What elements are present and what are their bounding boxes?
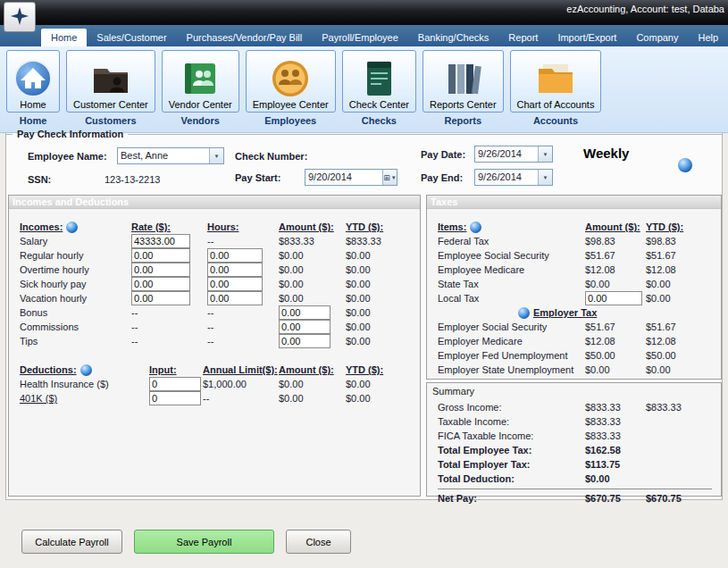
bonus-amount-input[interactable] <box>279 305 331 320</box>
incomes-help-globe-icon[interactable] <box>66 221 78 233</box>
pay-check-form: Employee Name: Best, Anne ▼ Check Number… <box>6 145 722 193</box>
checks-caption: Checks <box>362 115 397 126</box>
items-column-header: Items: <box>438 221 466 232</box>
sick-hourly-rate-input[interactable] <box>131 277 190 291</box>
tax-row-employer-social-security: Employer Social Security $51.67 $51.67 <box>438 320 721 334</box>
tab-help[interactable]: Help <box>688 29 728 46</box>
deduction-amount-column-header: Amount ($): <box>279 364 346 375</box>
summary-row-total-employer-tax: Total Employer Tax: $113.75 <box>438 457 721 472</box>
tax-row-federal: Federal Tax $98.83 $98.83 <box>438 234 721 248</box>
incomes-deductions-header: Incomes and Deductions <box>9 196 420 209</box>
save-payroll-button[interactable]: Save Payroll <box>134 530 274 554</box>
tab-home[interactable]: Home <box>41 29 87 46</box>
chart-of-accounts-icon <box>536 59 575 99</box>
chart-of-accounts-label: Chart of Accounts <box>517 99 595 110</box>
vendor-center-button[interactable]: Vendor Center <box>162 50 239 113</box>
employee-center-icon <box>271 59 310 99</box>
pay-start-date-picker[interactable]: 9/20/2014 ⊞▼ <box>305 169 397 186</box>
tax-ytd-column-header: YTD ($): <box>646 221 721 232</box>
employee-center-label: Employee Center <box>253 99 329 110</box>
vacation-hourly-rate-input[interactable] <box>131 291 190 305</box>
tax-row-employee-medicare: Employee Medicare $12.08 $12.08 <box>438 263 721 277</box>
check-center-button[interactable]: Check Center <box>342 50 416 113</box>
income-row-salary: Salary -- $833.33 $833.33 <box>20 234 420 248</box>
annual-limit-column-header: Annual Limit($): <box>203 364 279 375</box>
reports-center-button[interactable]: Reports Center <box>423 50 504 113</box>
employee-name-select[interactable]: Best, Anne ▼ <box>117 147 224 164</box>
calendar-dropdown-icon[interactable]: ⊞▼ <box>382 170 397 185</box>
tab-payroll-employee[interactable]: Payroll/Employee <box>312 29 408 46</box>
vendors-caption: Vendors <box>181 115 220 126</box>
tax-row-employer-fed-unemployment: Employer Fed Unemployment $50.00 $50.00 <box>438 348 721 363</box>
deduction-row-401k: 401K ($) -- $0.00 $0.00 <box>20 391 420 405</box>
title-bar: ezAccounting, Account: test, Databa <box>0 0 728 25</box>
chevron-down-icon[interactable]: ▼ <box>538 170 552 185</box>
employee-center-button[interactable]: Employee Center <box>246 50 336 113</box>
tab-sales-customer[interactable]: Sales/Customer <box>87 29 176 46</box>
sick-hourly-hours-input[interactable] <box>207 277 263 291</box>
tab-banking-checks[interactable]: Banking/Checks <box>408 29 499 46</box>
pay-date-label: Pay Date: <box>421 149 465 160</box>
tab-report[interactable]: Report <box>498 29 548 46</box>
vendor-center-icon <box>180 59 220 99</box>
reports-caption: Reports <box>444 115 481 126</box>
chart-of-accounts-button[interactable]: Chart of Accounts <box>510 50 602 113</box>
window-title: ezAccounting, Account: test, Databa <box>566 4 724 14</box>
toolbar-item-employee-center: Employee Center Employees <box>246 50 336 126</box>
regular-hourly-rate-input[interactable] <box>131 248 190 263</box>
calculate-payroll-button[interactable]: Calculate Payroll <box>21 530 122 554</box>
pay-date-select[interactable]: 9/26/2014 ▼ <box>474 146 553 163</box>
toolbar-item-customer-center: Customer Center Customers <box>66 50 155 126</box>
deductions-help-globe-icon[interactable] <box>80 364 92 376</box>
income-row-sick-hourly-pay: Sick hourly pay $0.00 $0.00 <box>20 277 420 291</box>
chevron-down-icon[interactable]: ▼ <box>209 148 223 163</box>
vacation-hourly-hours-input[interactable] <box>207 291 263 305</box>
home-button[interactable]: Home <box>6 50 60 113</box>
app-logo-icon <box>10 6 29 28</box>
ssn-value: 123-13-2213 <box>105 174 160 185</box>
salary-rate-input[interactable] <box>131 234 190 248</box>
local-tax-input[interactable] <box>585 291 642 305</box>
incomes-column-header: Incomes: <box>20 221 63 232</box>
taxes-header: Taxes <box>427 196 721 209</box>
tax-row-employer-medicare: Employer Medicare $12.08 $12.08 <box>438 334 721 348</box>
income-row-vacation-hourly: Vacation hourly $0.00 $0.00 <box>20 291 420 305</box>
tips-amount-input[interactable] <box>279 334 331 348</box>
chevron-down-icon[interactable]: ▼ <box>538 146 552 162</box>
summary-row-gross-income: Gross Income: $833.33 $833.33 <box>438 400 721 414</box>
tax-row-employee-social-security: Employee Social Security $51.67 $51.67 <box>438 248 721 263</box>
401k-input[interactable] <box>149 391 201 405</box>
input-column-header: Input: <box>149 364 203 375</box>
toolbar-item-vendor-center: Vendor Center Vendors <box>162 50 239 126</box>
401k-label: 401K ($) <box>20 393 149 404</box>
pay-end-select[interactable]: 9/26/2014 ▼ <box>474 169 553 186</box>
income-header-row: Incomes: Rate ($): Hours: Amount ($): YT… <box>20 220 420 234</box>
overtime-hourly-hours-input[interactable] <box>207 263 263 277</box>
tab-company[interactable]: Company <box>626 29 688 46</box>
health-insurance-input[interactable] <box>149 377 201 391</box>
taxes-help-globe-icon[interactable] <box>470 221 481 233</box>
regular-hourly-hours-input[interactable] <box>207 248 263 263</box>
overtime-hourly-rate-input[interactable] <box>131 263 190 277</box>
employees-caption: Employees <box>264 115 316 126</box>
summary-panel: Summary Gross Income: $833.33 $833.33 Ta… <box>426 382 722 497</box>
employer-tax-help-globe-icon[interactable] <box>518 307 530 319</box>
menu-bar: Home Sales/Customer Purchases/Vendor/Pay… <box>0 25 728 46</box>
help-globe-icon[interactable] <box>678 158 692 172</box>
summary-row-net-pay: Net Pay: $670.75 $670.75 <box>438 489 712 505</box>
deduction-row-health-insurance: Health Insurance ($) $1,000.00 $0.00 $0.… <box>20 377 420 391</box>
tax-amount-column-header: Amount ($): <box>585 221 646 232</box>
home-icon <box>13 59 53 99</box>
commissions-amount-input[interactable] <box>279 320 331 334</box>
tab-import-export[interactable]: Import/Export <box>548 29 626 46</box>
customer-center-button[interactable]: Customer Center <box>66 50 155 113</box>
tab-purchases-vendor-pay-bill[interactable]: Purchases/Vendor/Pay Bill <box>177 29 313 46</box>
deduction-header-row: Deductions: Input: Annual Limit($): Amou… <box>20 363 420 377</box>
pay-frequency-label: Weekly <box>583 146 629 161</box>
reports-center-label: Reports Center <box>430 99 497 110</box>
close-button[interactable]: Close <box>286 530 351 554</box>
app-menu-button[interactable] <box>4 2 36 32</box>
taxes-header-row: Items: Amount ($): YTD ($): <box>438 220 721 234</box>
customer-center-icon <box>91 59 130 99</box>
toolbar: Home Home Customer Center Customers Vend… <box>0 46 728 133</box>
